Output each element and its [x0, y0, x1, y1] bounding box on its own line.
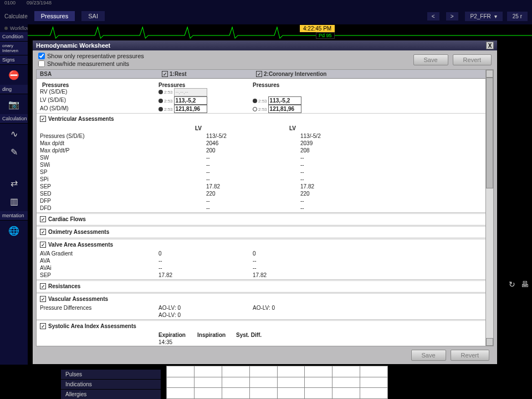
radio-icon[interactable] — [158, 107, 163, 111]
stop-icon[interactable]: ⛔ — [3, 66, 25, 83]
column-header-row: BSA ✓1:Rest ✓2:Coronary Intervention — [37, 70, 493, 79]
sai-col-exp: Expiration — [158, 331, 197, 339]
nav-next-button[interactable]: > — [446, 12, 458, 21]
table-cell: -- — [206, 154, 300, 161]
tab-pressures[interactable]: Pressures — [34, 11, 75, 21]
lv-rest-value[interactable]: 113,-5,2 — [174, 96, 207, 105]
save-button-bottom[interactable]: Save — [411, 350, 446, 361]
wave-icon[interactable]: ∿ — [3, 125, 25, 142]
sai-header: Systolic Area Index Assessments — [48, 323, 136, 329]
section-calculation[interactable]: Calculation — [0, 114, 28, 124]
table-row-label: SPi — [40, 176, 206, 183]
col-coronary[interactable]: ✓2:Coronary Intervention — [253, 70, 347, 78]
section-condition[interactable]: Condition — [0, 32, 28, 42]
birthday: 09/23/1948 — [27, 0, 52, 8]
bottom-tabs: Pulses Indications Allergies — [61, 369, 161, 399]
ao-rest-value[interactable]: 121,81,96 — [174, 105, 207, 113]
chk-resistances[interactable] — [40, 283, 46, 289]
table-row-label: RV (S/D/E) — [40, 346, 158, 346]
tab-indications[interactable]: Indications — [61, 379, 161, 389]
table-cell: 0 — [158, 250, 253, 257]
table-cell: -- — [206, 161, 300, 168]
chart-icon[interactable]: ▥ — [3, 193, 25, 209]
section-mentation[interactable]: mentation — [0, 211, 28, 221]
section-signs[interactable]: Signs — [0, 55, 28, 65]
chk-vascular[interactable] — [40, 296, 46, 302]
section-ding[interactable]: ding — [0, 85, 28, 94]
radio-icon — [4, 27, 8, 30]
chk-valve[interactable] — [40, 242, 46, 248]
radio-icon[interactable] — [253, 107, 257, 111]
scroll-down-icon[interactable]: ▾ — [486, 338, 493, 346]
scroll-thumb[interactable] — [486, 78, 493, 188]
table-row-label: AVAi — [40, 264, 158, 272]
rv-rest-value[interactable]: --,--,-- — [174, 88, 207, 96]
table-row-label: Max dp/dt — [40, 140, 206, 147]
tab-allergies[interactable]: Allergies — [61, 389, 161, 399]
speed-combo[interactable]: 25 r — [507, 12, 528, 21]
chk-units[interactable]: Show/hide measurement units — [38, 60, 144, 67]
table-cell: 220 — [300, 190, 395, 197]
chk-representative[interactable]: Show only representative pressures — [38, 53, 144, 59]
table-cell: -- — [206, 176, 300, 183]
tab-sai[interactable]: SAI — [81, 11, 105, 21]
radio-icon[interactable] — [158, 90, 163, 94]
pencil-icon[interactable]: ✎ — [3, 144, 25, 160]
pressures-col3: Pressures — [253, 82, 347, 88]
globe-icon[interactable]: 🌐 — [3, 222, 25, 239]
ao-ci-value[interactable]: 121,81,96 — [268, 105, 301, 113]
chk-ventricular[interactable] — [40, 116, 46, 122]
save-button-top[interactable]: Save — [413, 54, 448, 65]
table-cell: 220 — [206, 190, 300, 197]
table-cell: -- — [253, 257, 347, 264]
pressures-col2: Pressures — [158, 82, 253, 88]
table-row-label: SWi — [40, 161, 206, 168]
oximetry-header: Oximetry Assessments — [48, 229, 109, 235]
table-row-label: Max dp/dt/P — [40, 147, 206, 154]
ventricular-header: Ventricular Assessments — [48, 116, 114, 122]
table-cell: 0 — [236, 346, 275, 346]
table-cell: -- — [253, 264, 347, 272]
camera-icon[interactable]: 📷 — [3, 96, 25, 112]
chevron-down-icon: ▾ — [494, 13, 497, 19]
table-row-label: DFD — [40, 204, 206, 212]
refresh-icon[interactable]: ↻ — [509, 280, 515, 289]
table-cell: -- — [206, 197, 300, 204]
chk-sai[interactable] — [40, 323, 46, 329]
pd-ci-1: AO-LV: 0 — [253, 304, 347, 311]
vascular-header: Vascular Assessments — [48, 296, 108, 302]
table-cell: 112/4/2 — [197, 346, 236, 346]
scrollbar[interactable]: ▴ ▾ — [485, 70, 493, 346]
hemodynamic-worksheet-dialog: Hemodynamic Worksheet X Show only repres… — [32, 40, 498, 365]
pd-badge: Pd 95 — [316, 32, 335, 39]
table-cell: 17.82 — [158, 272, 253, 279]
lv-col2: LV — [289, 125, 383, 131]
preset-combo[interactable]: P2_FFR▾ — [465, 12, 503, 21]
pressure-diff-label: Pressure Differences — [40, 304, 158, 311]
sai-time: 14:35 — [158, 339, 197, 346]
table-cell: -- — [158, 264, 253, 272]
dialog-body: BSA ✓1:Rest ✓2:Coronary Intervention Pre… — [36, 69, 494, 346]
table-row-label: DFP — [40, 197, 206, 204]
col-rest[interactable]: ✓1:Rest — [158, 70, 253, 78]
table-cell: 2046 — [206, 140, 300, 147]
section-intervention[interactable]: onary Interven — [0, 42, 28, 55]
table-cell: 200 — [206, 147, 300, 154]
revert-button-top[interactable]: Revert — [453, 54, 492, 65]
scroll-up-icon[interactable]: ▴ — [486, 70, 493, 78]
nav-prev-button[interactable]: < — [427, 12, 439, 21]
chk-cardiac-flows[interactable] — [40, 216, 46, 222]
table-cell: 17.82 — [206, 183, 300, 190]
lv-ci-value[interactable]: 113,-5,2 — [268, 96, 301, 105]
tab-pulses[interactable]: Pulses — [61, 369, 161, 379]
printer-icon[interactable]: 🖶 — [521, 280, 529, 289]
table-cell: -- — [300, 161, 395, 168]
close-button[interactable]: X — [486, 42, 494, 49]
arrow-icon[interactable]: ⇄ — [3, 175, 25, 191]
radio-icon[interactable] — [158, 99, 163, 103]
topbar: Calculate Pressures SAI < > P2_FFR▾ 25 r — [0, 8, 532, 24]
revert-button-bottom[interactable]: Revert — [451, 350, 489, 361]
table-cell: 208 — [300, 147, 395, 154]
chk-oximetry[interactable] — [40, 229, 46, 235]
radio-icon[interactable] — [253, 99, 257, 103]
